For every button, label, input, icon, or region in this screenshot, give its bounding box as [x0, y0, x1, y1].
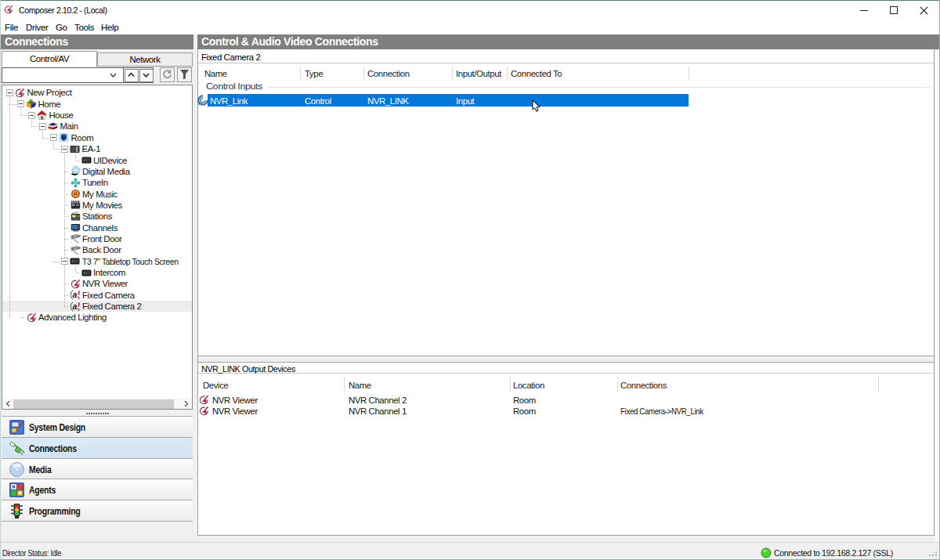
svg-text:a: a	[72, 290, 77, 299]
svg-text:a: a	[72, 302, 77, 311]
